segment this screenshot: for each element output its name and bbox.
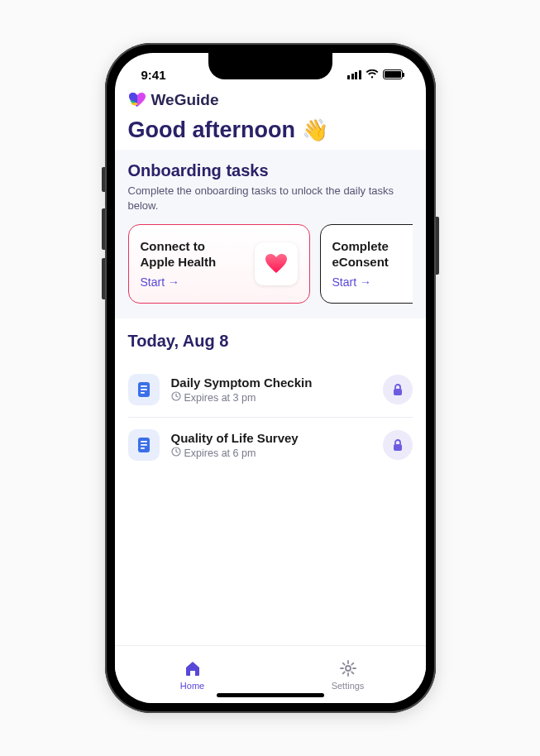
brand-logo-icon — [128, 92, 146, 108]
phone-side-button — [436, 217, 439, 275]
svg-rect-1 — [141, 385, 147, 387]
card-title-line1: Connect to — [141, 239, 217, 255]
phone-side-button — [102, 167, 105, 192]
svg-rect-8 — [141, 444, 147, 446]
task-title: Quality of Life Survey — [171, 431, 371, 445]
clock-icon — [171, 447, 181, 459]
arrow-right-icon: → — [360, 275, 371, 289]
card-title-line1: Complete — [332, 239, 389, 255]
phone-side-button — [102, 258, 105, 299]
task-expiry: Expires at 6 pm — [171, 447, 371, 459]
today-section: Today, Aug 8 Daily Symptom Checkin Expir… — [115, 318, 426, 472]
document-icon — [128, 429, 160, 461]
document-icon — [128, 374, 160, 405]
svg-rect-7 — [141, 441, 147, 443]
lock-icon — [383, 375, 413, 404]
task-row-symptom-checkin[interactable]: Daily Symptom Checkin Expires at 3 pm — [128, 362, 413, 417]
svg-point-12 — [346, 666, 351, 671]
battery-icon — [383, 69, 403, 79]
home-indicator[interactable] — [217, 693, 324, 697]
phone-side-button — [102, 208, 105, 250]
notch — [208, 53, 332, 79]
greeting-text: Good afternoon — [128, 117, 295, 143]
gear-icon — [339, 659, 357, 679]
svg-rect-5 — [394, 389, 402, 395]
onboarding-title: Onboarding tasks — [128, 161, 413, 180]
home-icon — [184, 659, 202, 679]
svg-rect-2 — [141, 389, 147, 390]
onboarding-description: Complete the onboarding tasks to unlock … — [128, 184, 413, 213]
clock-icon — [171, 391, 181, 404]
wifi-icon — [366, 69, 379, 79]
brand-name: WeGuide — [151, 91, 219, 109]
phone-frame: 9:41 — [105, 43, 436, 713]
heart-icon — [255, 242, 298, 285]
onboarding-section: Onboarding tasks Complete the onboarding… — [115, 150, 426, 318]
lock-icon — [383, 430, 413, 460]
svg-rect-9 — [141, 447, 145, 449]
onboarding-card-econsent[interactable]: Complete eConsent Start → — [320, 224, 413, 304]
task-row-quality-survey[interactable]: Quality of Life Survey Expires at 6 pm — [128, 417, 413, 472]
card-title-line2: Apple Health — [141, 255, 217, 270]
wave-icon: 👋 — [302, 117, 328, 143]
tab-label: Settings — [332, 681, 365, 691]
onboarding-cards[interactable]: Connect to Apple Health Start → — [128, 224, 413, 304]
status-indicators — [347, 69, 403, 79]
greeting: Good afternoon 👋 — [128, 117, 413, 143]
signal-icon — [347, 70, 361, 79]
svg-rect-3 — [141, 392, 145, 394]
card-start-link[interactable]: Start → — [332, 275, 389, 289]
task-expiry: Expires at 3 pm — [171, 391, 371, 404]
task-title: Daily Symptom Checkin — [171, 376, 371, 390]
app-header: WeGuide Good afternoon 👋 — [115, 89, 426, 150]
status-time: 9:41 — [141, 68, 166, 82]
card-title-line2: eConsent — [332, 255, 389, 270]
main-content: WeGuide Good afternoon 👋 Onboarding task… — [115, 89, 426, 645]
svg-rect-11 — [394, 444, 402, 451]
card-start-link[interactable]: Start → — [141, 275, 217, 289]
today-title: Today, Aug 8 — [128, 332, 413, 351]
onboarding-card-apple-health[interactable]: Connect to Apple Health Start → — [128, 224, 310, 304]
screen: 9:41 — [115, 53, 426, 703]
arrow-right-icon: → — [168, 275, 179, 289]
tab-label: Home — [180, 681, 204, 691]
brand: WeGuide — [128, 91, 413, 109]
